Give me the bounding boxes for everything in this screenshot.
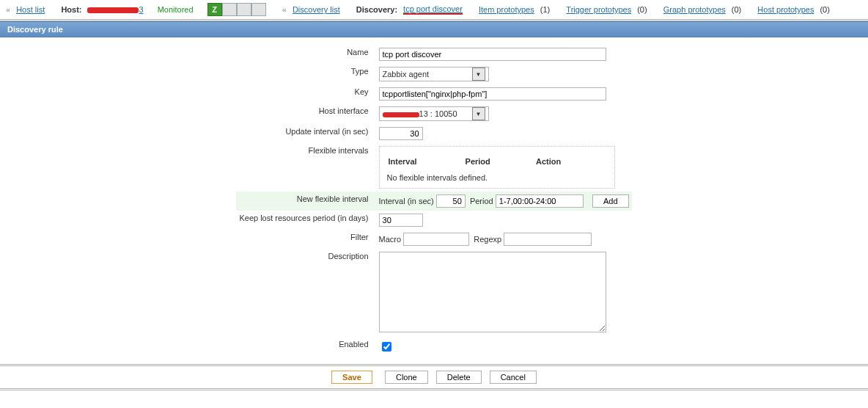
save-button[interactable]: Save — [331, 371, 372, 384]
host-label: Host: — [61, 5, 81, 14]
enabled-checkbox[interactable] — [382, 342, 391, 351]
host-prototypes-link[interactable]: Host prototypes — [757, 5, 814, 14]
chevron-down-icon: ▼ — [472, 107, 485, 120]
name-label: Name — [236, 45, 375, 64]
host-interface-label: Host interface — [236, 103, 375, 124]
z-icon[interactable]: Z — [207, 3, 222, 16]
type-select[interactable]: Zabbix agent ▼ — [379, 67, 489, 81]
flexible-intervals-box: Interval Period Action No flexible inter… — [379, 146, 615, 189]
add-flex-button[interactable]: Add — [592, 194, 629, 208]
discovery-label: Discovery: — [356, 5, 397, 14]
graph-prototypes-count: (0) — [732, 5, 741, 14]
chevron-down-icon: ▼ — [472, 68, 485, 81]
discovery-link[interactable]: tcp port discover — [403, 4, 463, 15]
update-interval-input[interactable] — [379, 127, 423, 140]
filter-regexp-label: Regexp — [474, 235, 501, 244]
filter-macro-input[interactable] — [403, 233, 469, 246]
name-input[interactable] — [379, 48, 606, 61]
keep-lost-input[interactable] — [379, 214, 423, 227]
status-icon-1[interactable] — [222, 3, 237, 16]
status-icon-3[interactable] — [251, 3, 266, 16]
new-flex-label: New flexible interval — [236, 192, 375, 211]
graph-prototypes-link[interactable]: Graph prototypes — [663, 5, 726, 14]
monitored-status: Monitored — [158, 5, 194, 14]
new-flex-interval-input[interactable] — [436, 194, 466, 208]
flex-head-action: Action — [536, 154, 606, 172]
top-bar: « Host list Host: 3 Monitored Z « Discov… — [0, 0, 868, 21]
flexible-intervals-label: Flexible intervals — [236, 143, 375, 192]
host-prototypes-count: (0) — [820, 5, 829, 14]
host-link[interactable]: 3 — [87, 5, 143, 14]
flex-empty-text: No flexible intervals defined. — [387, 173, 607, 182]
discovery-form: Name Type Zabbix agent ▼ Key Host interf… — [236, 45, 631, 357]
filter-label: Filter — [236, 230, 375, 249]
update-interval-label: Update interval (in sec) — [236, 124, 375, 143]
flex-head-interval: Interval — [389, 154, 464, 172]
new-flex-period-label: Period — [470, 197, 493, 205]
type-select-value: Zabbix agent — [383, 70, 430, 79]
description-label: Description — [236, 249, 375, 337]
host-interface-value: 13 : 10050 — [383, 109, 457, 118]
key-input[interactable] — [379, 87, 606, 101]
new-flex-period-input[interactable] — [496, 194, 584, 208]
type-label: Type — [236, 64, 375, 84]
page-title: Discovery rule — [0, 21, 868, 37]
keep-lost-label: Keep lost resources period (in days) — [236, 211, 375, 230]
description-input[interactable] — [379, 252, 606, 332]
status-icon-2[interactable] — [237, 3, 251, 16]
cancel-button[interactable]: Cancel — [490, 371, 537, 384]
new-flex-interval-label: Interval (in sec) — [379, 197, 434, 205]
enabled-label: Enabled — [236, 337, 375, 357]
key-label: Key — [236, 84, 375, 103]
host-interface-select[interactable]: 13 : 10050 ▼ — [379, 106, 489, 121]
redacted-host-icon — [87, 7, 139, 13]
filter-macro-label: Macro — [379, 235, 402, 244]
discovery-list-link[interactable]: Discovery list — [293, 5, 340, 14]
trigger-prototypes-link[interactable]: Trigger prototypes — [566, 5, 631, 14]
chevron-left-icon: « — [282, 5, 287, 14]
flex-head-period: Period — [466, 154, 534, 172]
clone-button[interactable]: Clone — [385, 371, 428, 384]
chevron-left-icon: « — [6, 5, 10, 14]
filter-regexp-input[interactable] — [504, 233, 592, 246]
item-prototypes-count: (1) — [540, 5, 550, 14]
item-prototypes-link[interactable]: Item prototypes — [479, 5, 534, 14]
trigger-prototypes-count: (0) — [637, 5, 647, 14]
footer-bar: Save Clone Delete Cancel — [0, 364, 868, 390]
status-icons: Z — [207, 3, 266, 16]
delete-button[interactable]: Delete — [436, 371, 482, 384]
host-list-link[interactable]: Host list — [16, 5, 45, 14]
